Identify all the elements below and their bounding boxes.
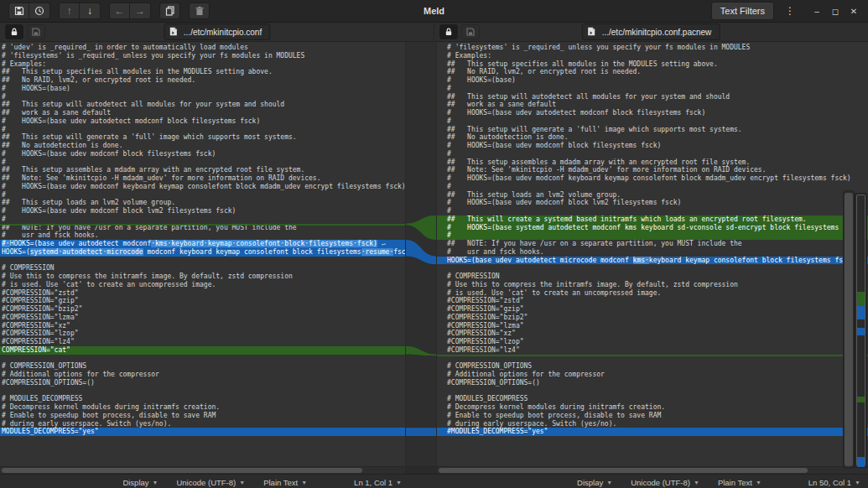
chevron-down-icon: ▼ (396, 480, 402, 485)
left-save-button[interactable] (27, 24, 45, 39)
next-change-button[interactable]: ↓ (80, 3, 101, 19)
scrollbar-thumb[interactable] (845, 193, 853, 466)
right-statusbar: Display▼ Unicode (UTF-8)▼ Plain Text▼ Ln… (434, 478, 867, 487)
file-label-row: .../etc/mkinitcpio.conf .../etc/mkinitcp… (0, 23, 868, 42)
right-editor-pane[interactable]: # 'filesystems' is _required_ unless you… (437, 42, 868, 466)
chevron-down-icon: ▼ (756, 480, 761, 485)
left-display-menu[interactable]: Display▼ (122, 478, 158, 487)
right-display-menu[interactable]: Display▼ (577, 478, 612, 487)
save-button[interactable] (8, 3, 29, 19)
maximize-button[interactable]: ◻ (826, 3, 845, 18)
arrow-right-icon: → (135, 5, 145, 17)
diff-linkmap (405, 42, 437, 466)
push-right-button[interactable]: → (130, 3, 151, 19)
chevron-down-icon: ▼ (153, 480, 159, 485)
arrow-down-icon: ↓ (87, 5, 92, 17)
floppy-icon (14, 6, 24, 16)
right-encoding-menu[interactable]: Unicode (UTF-8)▼ (631, 478, 699, 487)
right-syntax-menu[interactable]: Plain Text▼ (718, 478, 761, 487)
chevron-down-icon: ▼ (301, 480, 307, 485)
right-save-button[interactable] (461, 24, 480, 39)
statusbar: Display▼ Unicode (UTF-8)▼ Plain Text▼ Ln… (0, 474, 868, 488)
diff-area: # 'udev' is _required_ in order to autom… (0, 42, 868, 466)
scrollbar-thumb[interactable] (439, 468, 808, 473)
diff-linkmap-svg (406, 42, 436, 466)
menu-button[interactable]: ⋮ (781, 3, 799, 19)
chevron-down-icon: ▼ (855, 480, 860, 485)
right-cursor-position[interactable]: Ln 50, Col 1▼ (808, 478, 860, 487)
chevron-down-icon: ▼ (694, 480, 699, 485)
left-file-label: .../etc/mkinitcpio.conf (184, 28, 262, 37)
left-file-header: .../etc/mkinitcpio.conf (0, 23, 434, 41)
file-icon (587, 27, 602, 38)
delete-button[interactable] (189, 3, 210, 19)
file-icon (169, 27, 184, 38)
previous-change-button[interactable]: ↑ (59, 3, 80, 19)
right-file-button[interactable]: .../etc/mkinitcpio.conf.pacnew (582, 23, 720, 40)
left-editor-pane[interactable]: # 'udev' is _required_ in order to autom… (0, 42, 405, 466)
left-pane-code[interactable]: # 'udev' is _required_ in order to autom… (0, 42, 405, 466)
chevron-down-icon: ▼ (606, 480, 612, 485)
arrow-left-icon: ← (115, 5, 125, 17)
left-encoding-menu[interactable]: Unicode (UTF-8)▼ (176, 478, 245, 487)
right-vertical-scrollbar[interactable] (843, 190, 855, 469)
lock-icon (10, 24, 18, 39)
titlebar: Meld ↑ ↓ ← → Text Filters ⋮ (0, 0, 868, 23)
right-file-header: .../etc/mkinitcpio.conf.pacnew (434, 23, 867, 41)
chevron-down-icon: ▼ (239, 480, 245, 485)
push-left-button[interactable]: ← (109, 3, 130, 19)
right-lock-button[interactable] (439, 24, 458, 39)
clock-icon (34, 6, 44, 16)
kebab-menu-icon: ⋮ (785, 5, 795, 17)
close-button[interactable]: ✕ (845, 3, 863, 18)
left-file-button[interactable]: .../etc/mkinitcpio.conf (164, 23, 270, 40)
left-horizontal-scrollbar[interactable] (0, 467, 405, 474)
minimize-button[interactable]: – (808, 3, 826, 18)
overview-map[interactable] (855, 193, 867, 468)
left-statusbar: Display▼ Unicode (UTF-8)▼ Plain Text▼ Ln… (0, 478, 434, 487)
scroll-gutter-gap (405, 467, 437, 474)
text-filters-button[interactable]: Text Filters (711, 2, 774, 20)
save-file-icon (32, 24, 40, 39)
save-file-icon (466, 24, 475, 39)
arrow-up-icon: ↑ (67, 5, 72, 17)
reload-button[interactable] (29, 3, 50, 19)
horizontal-scroll-row (0, 466, 868, 474)
right-pane-code[interactable]: # 'filesystems' is _required_ unless you… (437, 42, 868, 466)
trash-icon (195, 6, 205, 16)
copy-button[interactable] (159, 3, 180, 19)
left-syntax-menu[interactable]: Plain Text▼ (263, 478, 307, 487)
right-file-label: .../etc/mkinitcpio.conf.pacnew (602, 28, 712, 37)
right-horizontal-scrollbar[interactable] (437, 467, 868, 474)
left-cursor-position[interactable]: Ln 1, Col 1▼ (354, 478, 402, 487)
lock-icon (444, 24, 453, 39)
scrollbar-thumb[interactable] (2, 468, 362, 473)
left-lock-button[interactable] (5, 24, 23, 39)
copy-icon (165, 6, 175, 16)
